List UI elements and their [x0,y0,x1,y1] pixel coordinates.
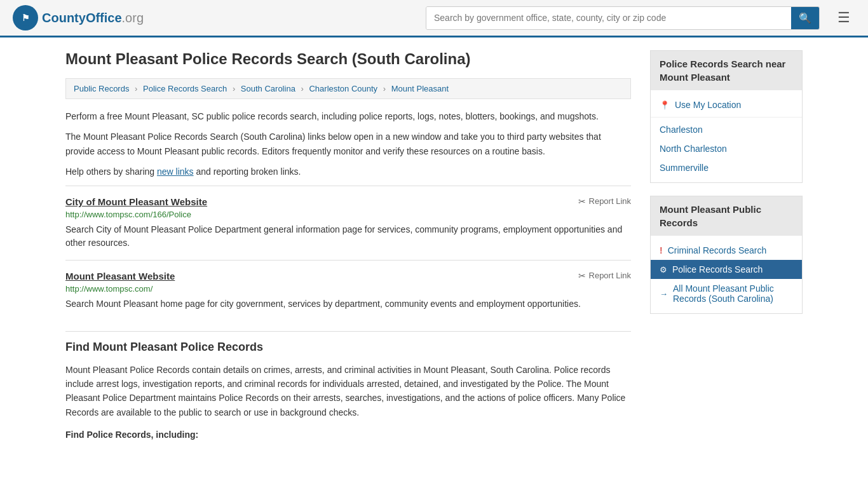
breadcrumb-police-records-search[interactable]: Police Records Search [143,84,227,93]
exclamation-icon: ! [660,245,663,255]
logo-link[interactable]: ⚑ CountyOffice.org [13,5,144,30]
public-records-box: Mount Pleasant Public Records ! Criminal… [650,196,803,314]
result-title-2[interactable]: Mount Pleasant Website [65,271,175,281]
report-link-button-1[interactable]: ✂ Report Link [578,196,631,207]
logo-text: CountyOffice.org [42,11,144,25]
scissors-icon-1: ✂ [578,196,586,207]
sidebar: Police Records Search near Mount Pleasan… [650,50,803,440]
sidebar-divider-1 [651,117,802,118]
scissors-icon-2: ✂ [578,271,586,281]
sidebar-link-north-charleston[interactable]: North Charleston [651,139,802,158]
site-header: ⚑ CountyOffice.org 🔍 ☰ [0,0,868,37]
hamburger-menu-button[interactable]: ☰ [832,7,855,29]
hamburger-icon: ☰ [837,10,850,25]
breadcrumb-sep-1: › [135,84,137,93]
public-records-box-title: Mount Pleasant Public Records [651,196,802,236]
nearby-box-body: 📍 Use My Location Charleston North Charl… [651,90,802,182]
result-desc-1: Search City of Mount Pleasant Police Dep… [65,223,631,250]
result-desc-2: Search Mount Pleasant home page for city… [65,297,631,311]
find-records-heading: Find Mount Pleasant Police Records [65,331,631,363]
location-pin-icon: 📍 [660,100,670,110]
search-input[interactable] [426,7,791,29]
intro-paragraph-2: The Mount Pleasant Police Records Search… [65,130,631,158]
intro-paragraph-1: Perform a free Mount Pleasant, SC public… [65,109,631,123]
result-url-1[interactable]: http://www.tompsc.com/166/Police [65,210,631,219]
sidebar-link-summerville[interactable]: Summerville [651,158,802,177]
search-bar: 🔍 [426,6,820,30]
search-icon: 🔍 [799,13,811,24]
breadcrumb-south-carolina[interactable]: South Carolina [241,84,295,93]
result-header-2: Mount Pleasant Website ✂ Report Link [65,271,631,281]
breadcrumb-public-records[interactable]: Public Records [74,84,129,93]
main-content: Mount Pleasant Police Records Search (So… [65,50,631,440]
sidebar-link-all-public-records[interactable]: → All Mount Pleasant Public Records (Sou… [651,279,802,308]
result-item-2: Mount Pleasant Website ✂ Report Link htt… [65,260,631,321]
breadcrumb-charleston-county[interactable]: Charleston County [309,84,377,93]
find-label: Find Police Records, including: [65,430,631,440]
result-title-1[interactable]: City of Mount Pleasant Website [65,196,207,207]
new-links-link[interactable]: new links [157,166,194,177]
result-item-1: City of Mount Pleasant Website ✂ Report … [65,186,631,260]
share-text: Help others by sharing new links and rep… [65,165,631,179]
report-link-button-2[interactable]: ✂ Report Link [578,271,631,281]
content-wrapper: Mount Pleasant Police Records Search (So… [53,37,815,452]
svg-text:⚑: ⚑ [22,13,30,23]
breadcrumb-sep-3: › [301,84,303,93]
breadcrumb-mount-pleasant[interactable]: Mount Pleasant [391,84,449,93]
search-button[interactable]: 🔍 [791,7,819,29]
result-url-2[interactable]: http://www.tompsc.com/ [65,284,631,294]
page-title: Mount Pleasant Police Records Search (So… [65,50,631,68]
breadcrumb-sep-2: › [233,84,235,93]
nearby-box: Police Records Search near Mount Pleasan… [650,50,803,183]
public-records-box-body: ! Criminal Records Search ⚙ Police Recor… [651,236,802,313]
breadcrumb: Public Records › Police Records Search ›… [65,78,631,99]
sidebar-link-criminal-records[interactable]: ! Criminal Records Search [651,241,802,260]
arrow-right-icon: → [660,289,668,299]
sidebar-link-police-records[interactable]: ⚙ Police Records Search [651,260,802,279]
use-my-location-link[interactable]: 📍 Use My Location [651,95,802,114]
result-header-1: City of Mount Pleasant Website ✂ Report … [65,196,631,207]
gear-icon: ⚙ [660,265,667,274]
breadcrumb-sep-4: › [383,84,386,93]
section-body-text: Mount Pleasant Police Records contain de… [65,363,631,420]
sidebar-link-charleston[interactable]: Charleston [651,120,802,139]
logo-icon: ⚑ [13,5,38,30]
nearby-box-title: Police Records Search near Mount Pleasan… [651,51,802,90]
